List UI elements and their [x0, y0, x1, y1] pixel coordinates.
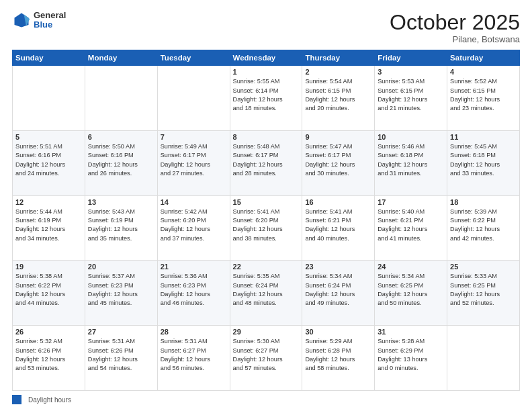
calendar-week-5: 26Sunrise: 5:32 AM Sunset: 6:26 PM Dayli…: [13, 326, 520, 391]
calendar-cell: 19Sunrise: 5:38 AM Sunset: 6:22 PM Dayli…: [13, 261, 85, 326]
day-info: Sunrise: 5:35 AM Sunset: 6:24 PM Dayligh…: [233, 272, 300, 308]
calendar-cell: 28Sunrise: 5:31 AM Sunset: 6:27 PM Dayli…: [157, 326, 230, 391]
day-number: 20: [88, 263, 154, 271]
calendar-week-2: 5Sunrise: 5:51 AM Sunset: 6:16 PM Daylig…: [13, 130, 520, 195]
day-number: 28: [161, 328, 227, 336]
calendar-cell: 13Sunrise: 5:43 AM Sunset: 6:19 PM Dayli…: [85, 195, 157, 261]
day-number: 17: [378, 198, 444, 206]
day-info: Sunrise: 5:53 AM Sunset: 6:15 PM Dayligh…: [378, 77, 444, 113]
day-number: 4: [450, 68, 517, 76]
day-number: 3: [378, 68, 444, 76]
day-number: 10: [378, 133, 444, 141]
calendar-week-4: 19Sunrise: 5:38 AM Sunset: 6:22 PM Dayli…: [13, 261, 520, 326]
col-header-wednesday: Wednesday: [230, 50, 302, 66]
logo-blue: Blue: [34, 20, 66, 30]
day-number: 21: [161, 263, 227, 271]
calendar-cell: 27Sunrise: 5:31 AM Sunset: 6:26 PM Dayli…: [85, 326, 157, 391]
day-info: Sunrise: 5:44 AM Sunset: 6:19 PM Dayligh…: [15, 208, 82, 243]
day-info: Sunrise: 5:31 AM Sunset: 6:26 PM Dayligh…: [88, 337, 154, 373]
day-number: 26: [15, 328, 82, 336]
col-header-monday: Monday: [85, 50, 157, 66]
day-info: Sunrise: 5:41 AM Sunset: 6:20 PM Dayligh…: [233, 208, 300, 243]
day-info: Sunrise: 5:37 AM Sunset: 6:23 PM Dayligh…: [88, 272, 154, 308]
calendar-cell: 8Sunrise: 5:48 AM Sunset: 6:17 PM Daylig…: [230, 130, 302, 195]
day-info: Sunrise: 5:40 AM Sunset: 6:21 PM Dayligh…: [378, 208, 444, 243]
day-info: Sunrise: 5:30 AM Sunset: 6:27 PM Dayligh…: [233, 337, 300, 373]
calendar-cell: 17Sunrise: 5:40 AM Sunset: 6:21 PM Dayli…: [375, 195, 447, 261]
calendar-cell: [447, 326, 520, 391]
day-info: Sunrise: 5:55 AM Sunset: 6:14 PM Dayligh…: [233, 77, 300, 113]
logo-text: General Blue: [34, 11, 66, 30]
calendar-header-row: SundayMondayTuesdayWednesdayThursdayFrid…: [13, 50, 520, 66]
calendar-cell: 24Sunrise: 5:34 AM Sunset: 6:25 PM Dayli…: [375, 261, 447, 326]
footer: Daylight hours: [12, 395, 520, 404]
day-number: 31: [378, 328, 444, 336]
day-info: Sunrise: 5:41 AM Sunset: 6:21 PM Dayligh…: [305, 208, 371, 243]
calendar-cell: 26Sunrise: 5:32 AM Sunset: 6:26 PM Dayli…: [13, 326, 85, 391]
month-title: October 2025: [390, 11, 520, 34]
calendar-cell: 16Sunrise: 5:41 AM Sunset: 6:21 PM Dayli…: [302, 195, 375, 261]
day-info: Sunrise: 5:51 AM Sunset: 6:16 PM Dayligh…: [15, 142, 82, 178]
day-number: 14: [161, 198, 227, 206]
day-number: 11: [450, 133, 517, 141]
col-header-thursday: Thursday: [302, 50, 375, 66]
day-info: Sunrise: 5:42 AM Sunset: 6:20 PM Dayligh…: [161, 208, 227, 243]
day-info: Sunrise: 5:43 AM Sunset: 6:19 PM Dayligh…: [88, 208, 154, 243]
day-info: Sunrise: 5:39 AM Sunset: 6:22 PM Dayligh…: [450, 208, 517, 243]
day-info: Sunrise: 5:50 AM Sunset: 6:16 PM Dayligh…: [88, 142, 154, 178]
calendar-cell: 20Sunrise: 5:37 AM Sunset: 6:23 PM Dayli…: [85, 261, 157, 326]
day-info: Sunrise: 5:54 AM Sunset: 6:15 PM Dayligh…: [305, 77, 371, 113]
calendar-cell: 11Sunrise: 5:45 AM Sunset: 6:18 PM Dayli…: [447, 130, 520, 195]
day-number: 30: [305, 328, 371, 336]
col-header-saturday: Saturday: [447, 50, 520, 66]
header: General Blue October 2025 Pilane, Botswa…: [12, 11, 520, 44]
logo-general: General: [34, 11, 66, 20]
calendar-week-3: 12Sunrise: 5:44 AM Sunset: 6:19 PM Dayli…: [13, 195, 520, 261]
day-number: 19: [15, 263, 82, 271]
col-header-sunday: Sunday: [13, 50, 85, 66]
day-number: 16: [305, 198, 371, 206]
page: General Blue October 2025 Pilane, Botswa…: [0, 0, 532, 411]
day-number: 12: [15, 198, 82, 206]
day-info: Sunrise: 5:31 AM Sunset: 6:27 PM Dayligh…: [161, 337, 227, 373]
day-number: 7: [161, 133, 227, 141]
calendar-table: SundayMondayTuesdayWednesdayThursdayFrid…: [12, 50, 520, 391]
day-info: Sunrise: 5:45 AM Sunset: 6:18 PM Dayligh…: [450, 142, 517, 178]
day-number: 8: [233, 133, 300, 141]
title-block: October 2025 Pilane, Botswana: [390, 11, 520, 44]
calendar-cell: 1Sunrise: 5:55 AM Sunset: 6:14 PM Daylig…: [230, 66, 302, 131]
day-number: 2: [305, 68, 371, 76]
calendar-cell: 9Sunrise: 5:47 AM Sunset: 6:17 PM Daylig…: [302, 130, 375, 195]
day-info: Sunrise: 5:28 AM Sunset: 6:29 PM Dayligh…: [378, 337, 444, 373]
col-header-friday: Friday: [375, 50, 447, 66]
day-number: 15: [233, 198, 300, 206]
calendar-cell: 5Sunrise: 5:51 AM Sunset: 6:16 PM Daylig…: [13, 130, 85, 195]
day-number: 18: [450, 198, 517, 206]
calendar-cell: 15Sunrise: 5:41 AM Sunset: 6:20 PM Dayli…: [230, 195, 302, 261]
day-number: 22: [233, 263, 300, 271]
calendar-cell: 4Sunrise: 5:52 AM Sunset: 6:15 PM Daylig…: [447, 66, 520, 131]
day-number: 9: [305, 133, 371, 141]
calendar-cell: [85, 66, 157, 131]
day-info: Sunrise: 5:33 AM Sunset: 6:25 PM Dayligh…: [450, 272, 517, 308]
calendar-cell: 3Sunrise: 5:53 AM Sunset: 6:15 PM Daylig…: [375, 66, 447, 131]
calendar-cell: 7Sunrise: 5:49 AM Sunset: 6:17 PM Daylig…: [157, 130, 230, 195]
calendar-cell: 18Sunrise: 5:39 AM Sunset: 6:22 PM Dayli…: [447, 195, 520, 261]
calendar-cell: 22Sunrise: 5:35 AM Sunset: 6:24 PM Dayli…: [230, 261, 302, 326]
day-number: 24: [378, 263, 444, 271]
day-info: Sunrise: 5:38 AM Sunset: 6:22 PM Dayligh…: [15, 272, 82, 308]
calendar-cell: 31Sunrise: 5:28 AM Sunset: 6:29 PM Dayli…: [375, 326, 447, 391]
day-info: Sunrise: 5:32 AM Sunset: 6:26 PM Dayligh…: [15, 337, 82, 373]
legend-label: Daylight hours: [28, 396, 71, 404]
day-info: Sunrise: 5:36 AM Sunset: 6:23 PM Dayligh…: [161, 272, 227, 308]
day-info: Sunrise: 5:46 AM Sunset: 6:18 PM Dayligh…: [378, 142, 444, 178]
day-number: 29: [233, 328, 300, 336]
calendar-cell: 25Sunrise: 5:33 AM Sunset: 6:25 PM Dayli…: [447, 261, 520, 326]
calendar-cell: 12Sunrise: 5:44 AM Sunset: 6:19 PM Dayli…: [13, 195, 85, 261]
day-info: Sunrise: 5:47 AM Sunset: 6:17 PM Dayligh…: [305, 142, 371, 178]
day-info: Sunrise: 5:48 AM Sunset: 6:17 PM Dayligh…: [233, 142, 300, 178]
calendar-cell: 2Sunrise: 5:54 AM Sunset: 6:15 PM Daylig…: [302, 66, 375, 131]
calendar-cell: 29Sunrise: 5:30 AM Sunset: 6:27 PM Dayli…: [230, 326, 302, 391]
col-header-tuesday: Tuesday: [157, 50, 230, 66]
calendar-cell: 6Sunrise: 5:50 AM Sunset: 6:16 PM Daylig…: [85, 130, 157, 195]
